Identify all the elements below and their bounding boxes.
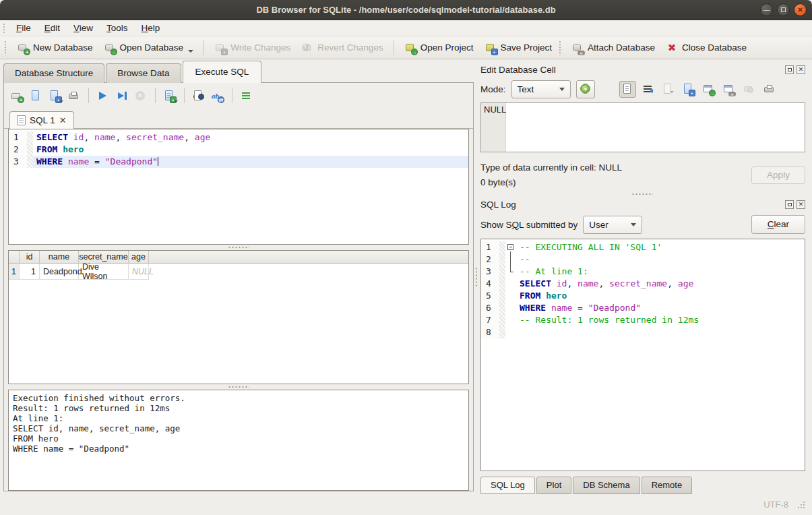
sql-log-view[interactable]: 1-- EXECUTING ALL IN 'SQL 1'2--3-- At li… [480,239,805,471]
right-pane: Edit Database Cell ✕ Mode: Text [479,59,812,494]
auto-apply-button[interactable] [576,80,595,98]
dock-close-icon[interactable]: ✕ [797,200,805,209]
close-button[interactable]: ✕ [794,3,807,16]
dock-tab-remote[interactable]: Remote [642,477,693,494]
open-project-button[interactable]: → Open Project [399,39,479,57]
revert-changes-button: ↺ Revert Changes [296,39,389,57]
cell-type-info: Type of data currently in cell: NULL [480,160,751,175]
table-row[interactable]: 1 1 Deadpond Dive Wilson NULL [9,264,468,280]
pane-splitter[interactable] [474,59,479,494]
print-sql-button[interactable] [65,87,82,104]
dock-tab-plot[interactable]: Plot [536,477,571,494]
new-database-label: New Database [33,42,93,53]
mode-select[interactable]: Text [511,80,571,98]
print-cell-button[interactable] [761,81,778,98]
mode-value: Text [518,84,534,94]
import-data-button [660,81,677,98]
dock-tab-sql-log[interactable]: SQL Log [480,477,535,494]
chevron-down-icon [559,88,565,91]
save-sql-file-button[interactable]: ▪ [46,87,63,104]
sql-document-tab[interactable]: SQL 1 ✕ [9,111,74,129]
cell-word-wrap-button[interactable] [639,81,656,98]
toolbar-drag-handle[interactable] [559,40,562,55]
sql-editor[interactable]: 1SELECT id, name, secret_name, age2FROM … [8,129,469,245]
close-database-icon: ✖ [666,42,678,54]
cell-age[interactable]: NULL [129,264,149,280]
word-wrap-icon [240,90,252,102]
open-sql-file-icon [30,90,42,102]
dock-float-icon[interactable] [785,65,794,74]
cell-value-editor[interactable]: NULL [480,102,805,152]
sql-log-title: SQL Log [480,200,782,210]
dock-tab-db-schema[interactable]: DB Schema [573,477,639,494]
close-sql-tab-icon[interactable]: ✕ [59,116,67,125]
new-sql-tab-button[interactable]: + [8,87,26,104]
window-title: DB Browser for SQLite - /home/user/code/… [0,5,812,15]
column-header-id[interactable]: id [20,251,40,264]
save-sql-menu-arrow[interactable] [59,100,63,102]
message-line: Result: 1 rows returned in 12ms [13,403,464,413]
dock-float-icon[interactable] [785,200,794,209]
close-database-button[interactable]: ✖ Close Database [660,39,752,57]
message-line: FROM hero [13,433,464,444]
menubar-drag-handle[interactable] [3,23,6,34]
format-sql-button[interactable]: ab⇄ [208,87,226,104]
sql-log-dock-title: SQL Log ✕ [479,197,805,212]
link-data-button[interactable]: ∞ [720,81,737,98]
menu-view[interactable]: View [67,21,100,35]
save-project-icon: ▪ [485,42,497,54]
menu-help[interactable]: Help [135,21,167,35]
window-controls: — ✕ [760,3,807,16]
results-message-splitter[interactable] [4,384,473,390]
open-database-icon: → [104,42,116,54]
execute-current-line-icon [115,90,127,102]
find-replace-button[interactable] [189,87,207,104]
maximize-button[interactable] [777,3,790,16]
tab-execute-sql[interactable]: Execute SQL [183,61,262,83]
editor-results-splitter[interactable] [4,245,473,250]
word-wrap-button[interactable] [237,87,255,104]
open-database-menu-arrow[interactable] [188,50,193,53]
cell-value-area[interactable] [506,103,805,152]
code-line: 1-- EXECUTING ALL IN 'SQL 1' [481,241,805,253]
menu-tools[interactable]: Tools [100,21,135,35]
cell-name[interactable]: Deadpond [40,264,79,280]
open-database-label: Open Database [120,42,184,53]
cell-id[interactable]: 1 [20,264,40,280]
export-data-button[interactable]: → [700,81,717,98]
column-header-name[interactable]: name [40,251,79,264]
tab-browse-data[interactable]: Browse Data [106,63,181,83]
open-database-button[interactable]: → Open Database [98,39,199,57]
cell-secret-name[interactable]: Dive Wilson [79,264,129,280]
minimize-button[interactable]: — [760,3,773,16]
toolbar-separator [232,88,232,103]
text-mode-button[interactable] [619,81,636,98]
sql-document-tab-bar: SQL 1 ✕ [4,109,473,129]
tab-database-structure[interactable]: Database Structure [3,63,104,83]
save-project-button[interactable]: ▪ Save Project [479,39,558,57]
execution-message: Execution finished without errors.Result… [8,390,469,491]
code-line: 3-- At line 1: [481,266,805,278]
save-data-button[interactable]: ▪ [680,81,697,98]
resize-grip[interactable] [797,500,805,509]
save-results-menu-arrow[interactable] [174,100,178,102]
column-header-age[interactable]: age [129,251,149,264]
dock-splitter[interactable] [479,191,805,197]
open-sql-file-button[interactable] [27,87,44,104]
new-database-button[interactable]: + New Database [11,39,98,57]
mode-label: Mode: [480,84,506,94]
code-line: 5FROM hero [481,290,805,302]
menu-file[interactable]: File [9,21,38,35]
menu-edit[interactable]: Edit [38,21,67,35]
write-changes-button: ▪ Write Changes [209,39,296,57]
results-grid[interactable]: id name secret_name age 1 1 Deadpond Div… [8,250,469,384]
save-results-button[interactable]: ▪ [160,87,178,104]
clear-log-button[interactable]: Clear [751,215,805,234]
attach-database-icon: ∞ [571,42,584,54]
execute-all-button[interactable] [94,87,111,104]
toolbar-drag-handle[interactable] [4,40,7,55]
dock-close-icon[interactable]: ✕ [797,65,805,74]
submitter-select[interactable]: User [583,216,642,234]
attach-database-button[interactable]: ∞ Attach Database [566,39,660,57]
execute-current-line-button[interactable] [113,87,130,104]
